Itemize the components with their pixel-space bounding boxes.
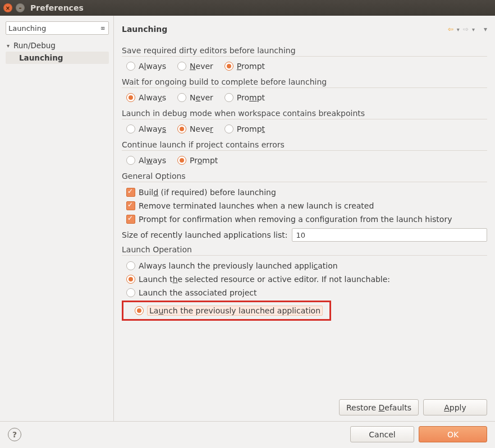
highlight-annotation: Launch the previously launched applicati… bbox=[122, 301, 331, 321]
check-label: Prompt for confirmation when removing a … bbox=[139, 215, 452, 224]
button-label: OK bbox=[447, 430, 459, 439]
radio-err-prompt[interactable]: Prompt bbox=[177, 156, 218, 165]
ok-button[interactable]: OK bbox=[419, 426, 487, 442]
radio-label: Launch the selected resource or active e… bbox=[139, 275, 390, 284]
radio-icon bbox=[135, 306, 144, 315]
radio-label: Prompt bbox=[237, 62, 265, 71]
check-label: Build (if required) before launching bbox=[139, 188, 276, 197]
minimize-icon[interactable]: – bbox=[16, 3, 25, 12]
radio-label: Always launch the previously launched ap… bbox=[139, 261, 338, 270]
radio-label: Always bbox=[139, 93, 166, 102]
tree-label: Launching bbox=[19, 53, 63, 62]
radio-wait-always[interactable]: Always bbox=[126, 93, 166, 102]
separator bbox=[122, 182, 487, 182]
radio-icon bbox=[126, 156, 135, 165]
input-value: 10 bbox=[296, 231, 305, 239]
sidebar: Launching ⌧ ▾ Run/Debug Launching bbox=[0, 16, 114, 421]
check-prompt-remove-config[interactable]: Prompt for confirmation when removing a … bbox=[126, 215, 452, 224]
cancel-button[interactable]: Cancel bbox=[350, 426, 414, 442]
close-icon[interactable]: × bbox=[3, 3, 12, 12]
radio-icon bbox=[126, 62, 135, 71]
separator bbox=[122, 255, 487, 256]
page-title: Launching bbox=[122, 25, 167, 34]
button-label: Apply bbox=[444, 403, 466, 412]
forward-menu-icon[interactable]: ▾ bbox=[472, 26, 475, 33]
recent-size-input[interactable]: 10 bbox=[292, 228, 487, 242]
titlebar: × – Preferences bbox=[0, 0, 495, 16]
radio-always-prev[interactable]: Always launch the previously launched ap… bbox=[126, 261, 338, 270]
dialog-footer: ? Cancel OK bbox=[0, 421, 495, 448]
radio-icon bbox=[177, 124, 186, 133]
radio-bp-prompt[interactable]: Prompt bbox=[224, 124, 265, 133]
group-title-wait-build: Wait for ongoing build to complete befor… bbox=[122, 77, 487, 86]
radio-icon bbox=[126, 124, 135, 133]
separator bbox=[122, 87, 487, 88]
checkbox-icon bbox=[126, 201, 135, 210]
radio-label: Launch the previously launched applicati… bbox=[147, 306, 323, 316]
radio-bp-never[interactable]: Never bbox=[177, 124, 213, 133]
radio-icon bbox=[177, 62, 186, 71]
window-title: Preferences bbox=[30, 3, 84, 12]
tree-label: Run/Debug bbox=[13, 41, 56, 50]
radio-err-always[interactable]: Always bbox=[126, 156, 166, 165]
radio-wait-never[interactable]: Never bbox=[177, 93, 213, 102]
back-menu-icon[interactable]: ▾ bbox=[457, 26, 460, 33]
radio-save-prompt[interactable]: Prompt bbox=[224, 62, 265, 71]
radio-icon bbox=[126, 275, 135, 284]
restore-defaults-button[interactable]: Restore Defaults bbox=[339, 399, 419, 415]
radio-label: Never bbox=[190, 124, 213, 133]
radio-icon bbox=[126, 261, 135, 270]
separator bbox=[122, 119, 487, 119]
tree-item-launching[interactable]: Launching bbox=[6, 52, 109, 64]
radio-save-always[interactable]: Always bbox=[126, 62, 166, 71]
button-label: Cancel bbox=[369, 430, 395, 439]
check-remove-terminated[interactable]: Remove terminated launches when a new la… bbox=[126, 201, 374, 210]
button-label: Restore Defaults bbox=[346, 403, 411, 412]
preferences-tree: ▾ Run/Debug Launching bbox=[6, 39, 109, 421]
radio-icon bbox=[177, 93, 186, 102]
radio-icon bbox=[177, 156, 186, 165]
radio-icon bbox=[126, 288, 135, 297]
content-pane: Launching ⇦ ▾ ⇨ ▾ ▾ Save required dirty … bbox=[114, 16, 495, 421]
radio-icon bbox=[126, 93, 135, 102]
clear-search-icon[interactable]: ⌧ bbox=[99, 24, 106, 33]
checkbox-icon bbox=[126, 215, 135, 224]
page-buttons: Restore Defaults Apply bbox=[122, 396, 487, 419]
check-label: Remove terminated launches when a new la… bbox=[139, 201, 374, 210]
radio-label: Always bbox=[139, 156, 166, 165]
radio-save-never[interactable]: Never bbox=[177, 62, 213, 71]
radio-assoc-project[interactable]: Launch the associated project bbox=[126, 288, 257, 297]
radio-label: Prompt bbox=[237, 93, 265, 102]
group-title-proj-errors: Continue launch if project contains erro… bbox=[122, 140, 487, 149]
apply-button[interactable]: Apply bbox=[423, 399, 487, 415]
help-icon[interactable]: ? bbox=[8, 428, 21, 441]
tree-item-run-debug[interactable]: ▾ Run/Debug bbox=[6, 39, 109, 52]
radio-label: Prompt bbox=[237, 124, 265, 133]
radio-label: Prompt bbox=[190, 156, 218, 165]
radio-label: Always bbox=[139, 124, 166, 133]
group-title-save-dirty: Save required dirty editors before launc… bbox=[122, 46, 487, 55]
forward-arrow-icon[interactable]: ⇨ bbox=[463, 25, 469, 33]
radio-prev-launched[interactable]: Launch the previously launched applicati… bbox=[135, 306, 323, 316]
filter-input[interactable]: Launching ⌧ bbox=[6, 21, 109, 35]
radio-label: Launch the associated project bbox=[139, 288, 257, 297]
nav-arrows: ⇦ ▾ ⇨ ▾ ▾ bbox=[448, 25, 487, 33]
radio-icon bbox=[224, 93, 233, 102]
size-label: Size of recently launched applications l… bbox=[122, 230, 287, 239]
group-title-launch-op: Launch Operation bbox=[122, 245, 487, 254]
back-arrow-icon[interactable]: ⇦ bbox=[448, 25, 453, 33]
separator bbox=[122, 150, 487, 151]
radio-wait-prompt[interactable]: Prompt bbox=[224, 93, 265, 102]
radio-icon bbox=[224, 124, 233, 133]
radio-launch-selected[interactable]: Launch the selected resource or active e… bbox=[126, 275, 390, 284]
radio-label: Always bbox=[139, 62, 166, 71]
radio-label: Never bbox=[190, 93, 213, 102]
group-title-debug-bp: Launch in debug mode when workspace cont… bbox=[122, 109, 487, 118]
radio-label: Never bbox=[190, 62, 213, 71]
filter-value: Launching bbox=[8, 24, 99, 33]
caret-down-icon: ▾ bbox=[7, 43, 12, 49]
checkbox-icon bbox=[126, 188, 135, 197]
radio-bp-always[interactable]: Always bbox=[126, 124, 166, 133]
view-menu-icon[interactable]: ▾ bbox=[484, 25, 487, 33]
check-build-before[interactable]: Build (if required) before launching bbox=[126, 188, 276, 197]
